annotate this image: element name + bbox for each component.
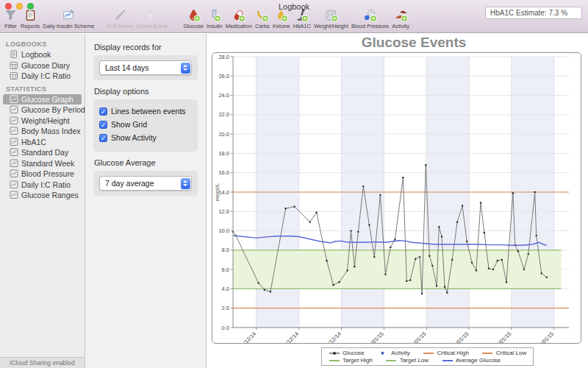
- sidebar: LOGBOOKS Logbook Glucose Diary Daily I:C…: [0, 34, 85, 368]
- sidebar-item-standard-day[interactable]: Standard Day: [3, 147, 82, 158]
- glucose-icon: [187, 8, 201, 22]
- filter-icon: [4, 8, 18, 22]
- legend-item-average-glucose: Average Glucose: [442, 357, 501, 364]
- insulin-icon: [207, 8, 221, 22]
- average-dropdown[interactable]: 7 day average: [99, 176, 192, 191]
- weight-icon: [324, 8, 338, 22]
- critical-low-symbol-icon: [482, 353, 493, 354]
- legend-item-critical-low: Critical Low: [482, 350, 526, 356]
- sidebar-item-daily-i-c-ratio[interactable]: Daily I:C Ratio: [3, 180, 82, 191]
- grid-icon: [10, 61, 18, 70]
- target-high-symbol-icon: [329, 360, 340, 361]
- toolbar-button-reports[interactable]: Reports: [21, 8, 40, 29]
- sidebar-item-glucose-diary[interactable]: Glucose Diary: [3, 60, 82, 71]
- svg-text:07/01/15: 07/01/15: [492, 330, 512, 343]
- toolbar-button-carbs[interactable]: Carbs: [255, 8, 270, 29]
- sidebar-item-weight-height[interactable]: Weight/Height: [3, 116, 82, 127]
- chart-icon: [10, 127, 18, 135]
- toolbar-button-filter[interactable]: Filter: [4, 8, 18, 29]
- toolbar-button-daily-insulin-scheme[interactable]: Daily Insulin Scheme: [43, 8, 94, 29]
- sidebar-header-logbooks: LOGBOOKS: [0, 37, 85, 49]
- svg-text:12.0: 12.0: [218, 208, 229, 215]
- svg-text:26.0: 26.0: [218, 73, 229, 79]
- toolbar-button-insulin[interactable]: Insulin: [207, 8, 223, 29]
- dropdown-stepper-icon: [181, 63, 190, 74]
- svg-text:26/12/14: 26/12/14: [237, 330, 257, 343]
- svg-text:2.0: 2.0: [222, 305, 229, 311]
- chart-icon: [10, 169, 18, 178]
- average-box: 7 day average: [93, 171, 198, 196]
- toolbar-button-hba1c[interactable]: HbA1C: [293, 8, 311, 29]
- checkbox-show-activity[interactable]: ✓ Show Activity: [99, 133, 192, 142]
- checkbox-checked-icon[interactable]: ✓: [99, 107, 107, 116]
- toolbar-button-delete-event[interactable]: Delete Event: [135, 8, 167, 29]
- sidebar-item-glucose-by-period[interactable]: Glucose By Period: [3, 105, 82, 116]
- sidebar-item-body-mass-index[interactable]: Body Mass Index: [3, 126, 82, 137]
- doc-icon: [10, 50, 18, 59]
- activity-icon: [394, 8, 408, 22]
- checkbox-show-grid[interactable]: ✓ Show Grid: [99, 120, 192, 129]
- chart-icon: [10, 95, 18, 104]
- toolbar-button-activity[interactable]: Activity: [392, 8, 409, 29]
- toolbar: Filter Reports Daily Insulin Scheme Edit…: [2, 8, 411, 29]
- chart-icon: [10, 148, 18, 157]
- checkbox-checked-icon[interactable]: ✓: [99, 121, 107, 129]
- svg-text:4.0: 4.0: [222, 286, 229, 292]
- chart-icon: [10, 116, 18, 125]
- medication-icon: [232, 8, 245, 22]
- sidebar-item-glucose-graph[interactable]: Glucose Graph: [3, 94, 82, 105]
- trash-icon: [144, 8, 158, 22]
- ketone-icon: [274, 8, 288, 22]
- chart-title: Glucose Events: [229, 35, 588, 51]
- svg-text:20.0: 20.0: [218, 131, 229, 138]
- checkbox-checked-icon[interactable]: ✓: [99, 134, 107, 142]
- sidebar-item-standard-week[interactable]: Standard Week: [3, 158, 82, 169]
- hba1c-estimate-field[interactable]: HbA1C Estimate: 7.3 %: [485, 7, 582, 19]
- toolbar-edit-group: Edit Event Delete Event: [106, 8, 168, 29]
- chart-legend: GlucoseActivityCritical HighCritical Low…: [321, 347, 534, 366]
- svg-text:16.0: 16.0: [218, 169, 229, 176]
- sidebar-item-glucose-ranges[interactable]: Glucose Ranges: [3, 190, 82, 201]
- toolbar-button-ketone[interactable]: Ketone: [273, 8, 290, 29]
- svg-text:28/12/14: 28/12/14: [280, 330, 300, 343]
- svg-text:8.0: 8.0: [222, 247, 229, 253]
- toolbar-button-glucose[interactable]: Glucose: [183, 8, 204, 29]
- toolbar-button-blood-pressure[interactable]: Blood Pressure: [351, 8, 389, 29]
- legend-row: GlucoseActivityCritical HighCritical Low: [329, 350, 526, 356]
- svg-text:28.0: 28.0: [218, 54, 229, 60]
- legend-item-target-high: Target High: [329, 357, 373, 364]
- toolbar-left-group: Filter Reports Daily Insulin Scheme: [2, 8, 96, 29]
- scheme-icon: [62, 8, 76, 22]
- options-panel: Display records for Last 14 days Display…: [85, 34, 207, 368]
- icloud-status: iCloud Sharing enabled: [0, 357, 85, 368]
- chart-icon: [10, 159, 18, 168]
- records-dropdown[interactable]: Last 14 days: [99, 60, 192, 75]
- carbs-icon: [255, 8, 269, 22]
- records-box: Last 14 days: [93, 55, 198, 80]
- toolbar-button-weight-height[interactable]: Weight/Height: [314, 8, 348, 29]
- toolbar-add-group: Glucose Insulin Medication Carbs Ketone …: [182, 8, 411, 29]
- glucose-symbol-icon: [329, 353, 340, 354]
- svg-text:30/12/14: 30/12/14: [323, 330, 343, 343]
- checkbox-lines-between-events[interactable]: ✓ Lines between events: [99, 107, 192, 116]
- toolbar-button-edit-event[interactable]: Edit Event: [107, 8, 132, 29]
- svg-text:mmol/L: mmol/L: [214, 183, 220, 202]
- average-dropdown-value: 7 day average: [105, 179, 154, 188]
- legend-item-activity: Activity: [377, 350, 409, 356]
- svg-text:24.0: 24.0: [218, 92, 229, 99]
- records-dropdown-value: Last 14 days: [105, 63, 149, 72]
- records-label: Display records for: [94, 43, 197, 52]
- reports-icon: [24, 8, 37, 22]
- sidebar-item-blood-pressure[interactable]: Blood Pressure: [3, 169, 82, 180]
- legend-row: Target HighTarget LowAverage Glucose: [329, 357, 526, 364]
- grid-icon: [10, 71, 18, 80]
- sidebar-item-logbook[interactable]: Logbook: [3, 49, 82, 60]
- toolbar-button-medication[interactable]: Medication: [226, 8, 252, 29]
- hba1c-icon: [295, 8, 309, 22]
- legend-item-target-low: Target Low: [386, 357, 429, 364]
- svg-text:03/01/15: 03/01/15: [408, 330, 428, 343]
- average-label: Glucose Average: [94, 158, 197, 167]
- sidebar-item-hba1c[interactable]: HbA1C: [3, 137, 82, 148]
- sidebar-item-daily-i-c-ratio[interactable]: Daily I:C Ratio: [3, 71, 82, 82]
- svg-text:6.0: 6.0: [222, 266, 229, 273]
